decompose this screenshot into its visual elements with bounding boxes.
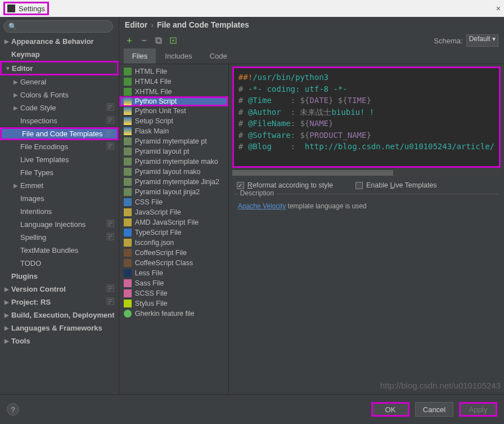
template-item-gherkin-feature-file[interactable]: Gherkin feature file	[119, 309, 228, 319]
file-type-icon	[124, 269, 132, 277]
remove-icon[interactable]: −	[140, 36, 148, 45]
tree-arrow-icon: ▶	[4, 38, 11, 44]
search-input[interactable]	[19, 23, 108, 30]
tree-arrow-icon: ▶	[4, 338, 11, 344]
sidebar-item-version-control[interactable]: ▶Version Control	[0, 283, 119, 296]
svg-rect-25	[108, 286, 112, 287]
template-item-typescript-file[interactable]: TypeScript File	[119, 227, 228, 238]
sidebar-item-build-execution-deployment[interactable]: ▶Build, Execution, Deployment	[0, 309, 119, 322]
apply-button[interactable]: Apply	[459, 402, 497, 417]
enable-live-templates-checkbox[interactable]: Enable Live Templates	[356, 181, 437, 189]
sidebar-item-keymap[interactable]: Keymap	[0, 48, 119, 61]
template-item-label: XHTML File	[135, 88, 172, 96]
template-item-label: Less File	[135, 269, 163, 277]
tree-arrow-icon: ▶	[4, 286, 11, 292]
sidebar-item-colors-fonts[interactable]: ▶Colors & Fonts	[0, 88, 119, 101]
svg-rect-7	[108, 121, 111, 122]
template-item-sass-file[interactable]: Sass File	[119, 278, 228, 288]
reformat-checkbox[interactable]: Reformat according to style	[237, 181, 333, 189]
file-type-icon	[124, 239, 132, 247]
sidebar-item-label: TextMate Bundles	[20, 246, 119, 255]
template-item-html4-file[interactable]: HTML4 File	[119, 77, 228, 87]
cancel-button[interactable]: Cancel	[415, 402, 453, 417]
file-type-icon	[124, 198, 132, 206]
sidebar-item-file-encodings[interactable]: File Encodings	[0, 140, 119, 153]
add-icon[interactable]: +	[125, 36, 134, 45]
sidebar-item-label: Project: RS	[11, 298, 106, 306]
file-type-icon	[124, 127, 132, 135]
tab-files[interactable]: Files	[124, 48, 156, 64]
sidebar-item-file-types[interactable]: File Types	[0, 166, 119, 179]
svg-rect-21	[108, 234, 112, 235]
sidebar-item-live-templates[interactable]: Live Templates	[0, 153, 119, 166]
file-type-icon	[124, 259, 132, 267]
template-item-label: Gherkin feature file	[135, 310, 195, 318]
sidebar-item-label: General	[20, 78, 119, 86]
template-item-pyramid-layout-pt[interactable]: Pyramid layout pt	[119, 146, 228, 157]
sidebar-item-label: Plugins	[11, 272, 119, 280]
sidebar-item-label: Appearance & Behavior	[11, 37, 119, 46]
template-item-html-file[interactable]: HTML File	[119, 66, 228, 77]
template-item-css-file[interactable]: CSS File	[119, 197, 228, 207]
template-item-python-script[interactable]: Python Script	[119, 96, 228, 106]
sidebar-item-todo[interactable]: TODO	[0, 257, 119, 270]
template-item-coffeescript-class[interactable]: CoffeeScript Class	[119, 258, 228, 268]
tab-code[interactable]: Code	[201, 48, 236, 64]
revert-icon[interactable]	[169, 36, 178, 45]
sidebar-item-images[interactable]: Images	[0, 192, 119, 205]
template-item-tsconfig-json[interactable]: tsconfig.json	[119, 238, 228, 248]
svg-rect-31	[108, 302, 111, 304]
svg-rect-1	[108, 105, 112, 106]
breadcrumb-leaf: File and Code Templates	[157, 20, 249, 29]
template-item-stylus-file[interactable]: Stylus File	[119, 298, 228, 309]
template-item-label: Pyramid layout pt	[135, 148, 190, 155]
copy-icon[interactable]	[154, 36, 163, 45]
sidebar-item-file-and-code-templates[interactable]: File and Code Templates	[0, 127, 119, 140]
tabs: FilesIncludesCode	[119, 48, 504, 64]
apache-velocity-link[interactable]: Apache Velocity	[238, 202, 286, 210]
template-item-javascript-file[interactable]: JavaScript File	[119, 207, 228, 217]
sidebar-item-intentions[interactable]: Intentions	[0, 205, 119, 218]
sidebar-item-plugins[interactable]: Plugins	[0, 270, 119, 283]
template-item-pyramid-layout-jinja2[interactable]: Pyramid layout jinja2	[119, 187, 228, 197]
checkbox-icon	[237, 182, 244, 189]
template-item-flask-main[interactable]: Flask Main	[119, 126, 228, 136]
template-item-pyramid-mytemplate-pt[interactable]: Pyramid mytemplate pt	[119, 136, 228, 146]
sidebar-item-inspections[interactable]: Inspections	[0, 114, 119, 127]
sidebar-item-language-injections[interactable]: Language Injections	[0, 218, 119, 231]
sidebar-item-project-rs[interactable]: ▶Project: RS	[0, 296, 119, 309]
template-item-coffeescript-file[interactable]: CoffeeScript File	[119, 248, 228, 258]
template-code[interactable]: ##!/usr/bin/python3 # -*- coding: utf-8 …	[232, 66, 501, 168]
horizontal-scrollbar[interactable]	[232, 169, 501, 177]
help-button[interactable]: ?	[7, 403, 19, 416]
template-item-pyramid-mytemplate-mako[interactable]: Pyramid mytemplate mako	[119, 157, 228, 167]
template-item-pyramid-layout-mako[interactable]: Pyramid layout mako	[119, 167, 228, 177]
sidebar-item-emmet[interactable]: ▶Emmet	[0, 179, 119, 192]
template-item-amd-javascript-file[interactable]: AMD JavaScript File	[119, 217, 228, 227]
sidebar-item-code-style[interactable]: ▶Code Style	[0, 101, 119, 114]
template-item-python-unit-test[interactable]: Python Unit Test	[119, 106, 228, 116]
template-list[interactable]: HTML FileHTML4 FileXHTML FilePython Scri…	[119, 64, 229, 394]
ok-button[interactable]: OK	[371, 402, 410, 417]
template-item-less-file[interactable]: Less File	[119, 268, 228, 278]
template-item-pyramid-mytemplate-jinja2[interactable]: Pyramid mytemplate Jinja2	[119, 177, 228, 187]
search-input-wrap[interactable]: 🔍	[3, 20, 113, 33]
sidebar-item-textmate-bundles[interactable]: TextMate Bundles	[0, 244, 119, 257]
sidebar-item-label: Tools	[11, 337, 119, 345]
sidebar-item-languages-frameworks[interactable]: ▶Languages & Frameworks	[0, 322, 119, 334]
schema-select[interactable]: Default ▾	[466, 34, 498, 47]
sidebar-item-editor[interactable]: ▼Editor	[0, 61, 119, 75]
close-icon[interactable]: ×	[496, 4, 501, 13]
sidebar-item-general[interactable]: ▶General	[0, 75, 119, 88]
file-type-icon	[124, 88, 132, 96]
template-item-xhtml-file[interactable]: XHTML File	[119, 87, 228, 97]
template-item-setup-script[interactable]: Setup Script	[119, 116, 228, 126]
sidebar-item-appearance-behavior[interactable]: ▶Appearance & Behavior	[0, 35, 119, 48]
sidebar-item-spelling[interactable]: Spelling	[0, 231, 119, 244]
sidebar-item-tools[interactable]: ▶Tools	[0, 334, 119, 347]
sidebar-item-label: Intentions	[20, 207, 119, 216]
dialog-buttons: ? OK Cancel Apply	[0, 395, 504, 424]
tab-includes[interactable]: Includes	[156, 48, 200, 64]
template-item-scss-file[interactable]: SCSS File	[119, 288, 228, 298]
sidebar-item-label: Inspections	[20, 117, 106, 125]
